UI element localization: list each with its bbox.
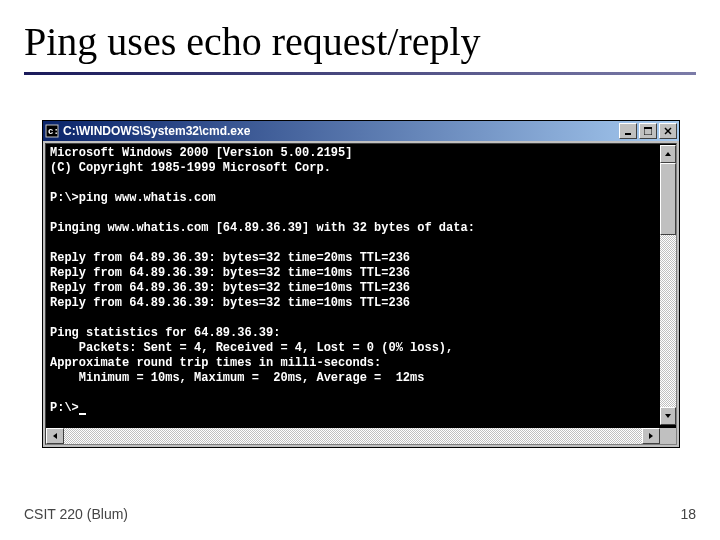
scroll-down-button[interactable]	[660, 407, 676, 425]
svg-marker-9	[53, 433, 57, 439]
scroll-thumb[interactable]	[660, 163, 676, 235]
terminal-output[interactable]: Microsoft Windows 2000 [Version 5.00.219…	[45, 143, 677, 445]
hscroll-track[interactable]	[64, 428, 642, 444]
slide-number: 18	[680, 506, 696, 522]
minimize-button[interactable]	[619, 123, 637, 139]
svg-rect-4	[644, 127, 652, 129]
scroll-up-button[interactable]	[660, 145, 676, 163]
cursor	[79, 413, 86, 415]
window-title: C:\WINDOWS\System32\cmd.exe	[63, 124, 619, 138]
svg-marker-8	[665, 414, 671, 418]
scroll-corner	[660, 428, 676, 444]
slide-title: Ping uses echo request/reply	[24, 18, 481, 65]
slide: Ping uses echo request/reply c: C:\WINDO…	[0, 0, 720, 540]
scroll-right-button[interactable]	[642, 428, 660, 444]
svg-text:c:: c:	[48, 127, 59, 137]
svg-marker-10	[649, 433, 653, 439]
close-button[interactable]	[659, 123, 677, 139]
footer-left: CSIT 220 (Blum)	[24, 506, 128, 522]
scroll-track[interactable]	[660, 235, 676, 407]
vertical-scrollbar[interactable]	[660, 145, 676, 425]
title-underline	[24, 72, 696, 75]
svg-marker-7	[665, 152, 671, 156]
horizontal-scrollbar[interactable]	[46, 428, 660, 444]
window-controls	[619, 123, 677, 139]
cmd-window: c: C:\WINDOWS\System32\cmd.exe Microsoft…	[42, 120, 680, 448]
cmd-icon: c:	[45, 124, 59, 138]
maximize-button[interactable]	[639, 123, 657, 139]
titlebar[interactable]: c: C:\WINDOWS\System32\cmd.exe	[43, 121, 679, 141]
scroll-left-button[interactable]	[46, 428, 64, 444]
svg-rect-2	[625, 133, 631, 135]
